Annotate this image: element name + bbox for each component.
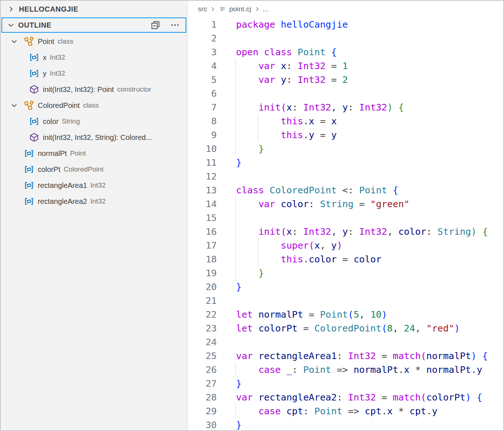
outline-item-detail: Int32 bbox=[90, 181, 106, 189]
code-line[interactable]: 22let normalPt = Point(5, 10) bbox=[188, 307, 503, 321]
code-token: Int32 bbox=[298, 74, 326, 85]
code-line[interactable]: 11} bbox=[188, 156, 503, 169]
code-line[interactable]: 7 init(x: Int32, y: Int32) { bbox=[188, 100, 503, 114]
code-token: , bbox=[359, 309, 370, 320]
code-text: case cpt: Point => cpt.x * cpt.y bbox=[236, 404, 503, 418]
code-text: var x: Int32 = 1 bbox=[236, 59, 503, 73]
code-token: . bbox=[303, 116, 309, 126]
code-text: let normalPt = Point(5, 10) bbox=[236, 307, 503, 321]
code-line[interactable]: 2 bbox=[188, 31, 503, 45]
code-line[interactable]: 18 this.color = color bbox=[188, 252, 503, 266]
line-number: 23 bbox=[188, 321, 217, 335]
code-line[interactable]: 29 case cpt: Point => cpt.x * cpt.y bbox=[188, 404, 503, 418]
breadcrumb-item-folder[interactable]: src bbox=[198, 5, 207, 13]
code-line[interactable]: 9 this.y = y bbox=[188, 128, 503, 142]
code-token: Point bbox=[303, 364, 331, 375]
outline-item[interactable]: Pointclass bbox=[1, 33, 187, 49]
code-line[interactable]: 17 super(x, y) bbox=[188, 238, 503, 252]
code-line[interactable]: 3open class Point { bbox=[188, 45, 503, 59]
code-line[interactable]: 16 init(x: Int32, y: Int32, color: Strin… bbox=[188, 225, 503, 238]
code-token: Int32 bbox=[359, 226, 387, 237]
chevron-down-icon[interactable] bbox=[10, 101, 18, 109]
code-token: let bbox=[236, 323, 253, 334]
code-line[interactable]: 8 this.x = x bbox=[188, 114, 503, 128]
code-line[interactable]: 21 bbox=[188, 294, 503, 307]
code-text: } bbox=[236, 376, 503, 390]
line-number: 4 bbox=[188, 59, 217, 73]
code-token: x bbox=[281, 60, 286, 71]
code-token: Point bbox=[359, 185, 387, 196]
code-line[interactable]: 4 var x: Int32 = 1 bbox=[188, 59, 503, 73]
outline-item[interactable]: rectangleArea2Int32 bbox=[1, 193, 187, 209]
breadcrumb-item-more[interactable]: ... bbox=[263, 5, 269, 13]
code-line[interactable]: 1package helloCangjie bbox=[188, 17, 503, 31]
outline-item[interactable]: xInt32 bbox=[1, 49, 187, 65]
outline-item[interactable]: ColoredPointclass bbox=[1, 97, 187, 113]
indent-guide bbox=[235, 266, 236, 280]
breadcrumb: src point.cj ... bbox=[188, 1, 503, 17]
code-line[interactable]: 5 var y: Int32 = 2 bbox=[188, 73, 503, 86]
code-token: this bbox=[281, 254, 303, 265]
outline-item-label: rectangleArea2 bbox=[38, 197, 87, 206]
outline-item[interactable]: colorString bbox=[1, 113, 187, 129]
code-token: { bbox=[482, 350, 488, 361]
code-token: => bbox=[342, 406, 365, 416]
code-line[interactable]: 24 bbox=[188, 335, 503, 349]
code-token bbox=[253, 350, 258, 361]
code-line[interactable]: 6 bbox=[188, 86, 503, 100]
code-token: : bbox=[337, 350, 348, 361]
code-token: Point bbox=[320, 309, 348, 320]
outline-item[interactable]: normalPtPoint bbox=[1, 145, 187, 161]
code-token: <: bbox=[337, 185, 359, 196]
code-token: ColoredPoint bbox=[269, 185, 337, 196]
code-line[interactable]: 28var rectangleArea2: Int32 = match(colo… bbox=[188, 390, 503, 404]
code-line[interactable]: 13class ColoredPoint <: Point { bbox=[188, 183, 503, 197]
code-token: : bbox=[348, 102, 359, 113]
code-token: init bbox=[259, 102, 281, 113]
code-token: normalPt bbox=[259, 309, 303, 320]
code-line[interactable]: 15 bbox=[188, 211, 503, 225]
code-line[interactable]: 25var rectangleArea1: Int32 = match(norm… bbox=[188, 349, 503, 363]
code-line[interactable]: 27} bbox=[188, 376, 503, 390]
code-line[interactable]: 30} bbox=[188, 418, 503, 430]
explorer-section-header[interactable]: HELLOCANGJIE bbox=[1, 1, 187, 17]
code-line[interactable]: 20} bbox=[188, 280, 503, 294]
code-line[interactable]: 12 bbox=[188, 169, 503, 183]
breadcrumb-file-label: point.cj bbox=[229, 5, 251, 13]
code-text: } bbox=[236, 156, 503, 169]
outline-item-label: Point bbox=[38, 37, 54, 46]
explorer-title: HELLOCANGJIE bbox=[19, 5, 78, 13]
code-line[interactable]: 26 case _: Point => normalPt.x * normalP… bbox=[188, 363, 503, 376]
code-line[interactable]: 19 } bbox=[188, 266, 503, 280]
outline-item[interactable]: init(Int32, Int32, String): Colored... bbox=[1, 129, 187, 145]
more-actions-button[interactable] bbox=[169, 19, 181, 31]
code-token: => bbox=[331, 364, 354, 375]
collapse-all-button[interactable] bbox=[149, 19, 162, 31]
line-number: 17 bbox=[188, 238, 217, 252]
code-text: } bbox=[236, 142, 503, 156]
code-line[interactable]: 10 } bbox=[188, 142, 503, 156]
code-token: 10 bbox=[370, 309, 382, 320]
outline-item[interactable]: rectangleArea1Int32 bbox=[1, 177, 187, 193]
outline-item-detail: String bbox=[62, 117, 80, 125]
outline-section-header[interactable]: OUTLINE bbox=[1, 17, 186, 33]
outline-item-label: init(Int32, Int32): Point bbox=[43, 85, 114, 94]
code-token: var bbox=[259, 74, 275, 85]
indent-guide bbox=[235, 114, 236, 128]
outline-item[interactable]: init(Int32, Int32): Pointconstructor bbox=[1, 81, 187, 97]
indent-guide bbox=[235, 100, 236, 114]
outline-tree: Pointclass xInt32 yInt32 init(Int32, Int… bbox=[1, 33, 187, 209]
chevron-down-icon[interactable] bbox=[10, 37, 18, 45]
code-token: _ bbox=[286, 364, 292, 375]
breadcrumb-item-file[interactable]: point.cj bbox=[219, 5, 251, 13]
outline-item[interactable]: colorPtColoredPoint bbox=[1, 161, 187, 177]
code-token bbox=[236, 102, 259, 113]
code-token: color bbox=[398, 226, 426, 237]
code-line[interactable]: 14 var color: String = "green" bbox=[188, 197, 503, 211]
code-token: y bbox=[331, 129, 337, 140]
code-token: this bbox=[281, 116, 303, 126]
code-line[interactable]: 23let colorPt = ColoredPoint(8, 24, "red… bbox=[188, 321, 503, 335]
outline-item[interactable]: yInt32 bbox=[1, 65, 187, 81]
variable-symbol-icon bbox=[24, 164, 34, 174]
code-token: = bbox=[326, 60, 342, 71]
